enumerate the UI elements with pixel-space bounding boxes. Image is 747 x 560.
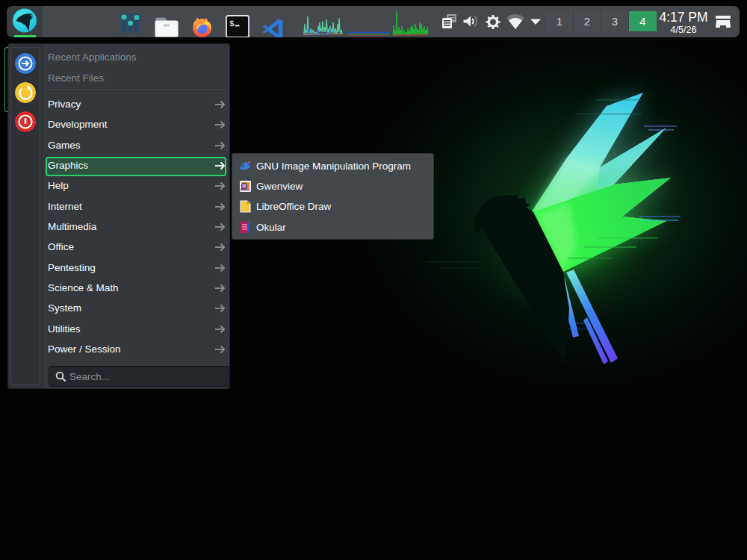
svg-text:$: $ [229,19,235,28]
